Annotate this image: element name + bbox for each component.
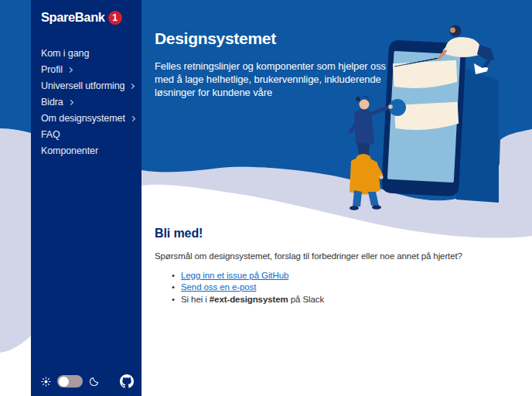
sidebar-item-faq[interactable]: FAQ xyxy=(41,126,142,142)
sidebar-item-om-designsystemet[interactable]: Om designsystemet xyxy=(41,110,142,126)
hero-subtitle-line: med å lage helhetlige, brukervennlige, i… xyxy=(155,73,386,86)
logo-text: SpareBank xyxy=(41,10,105,25)
sidebar: SpareBank 1 Kom i gang Profil Universell… xyxy=(31,0,142,396)
join-heading: Bli med! xyxy=(155,227,479,241)
sidebar-item-label: Profil xyxy=(41,64,63,75)
join-list: Legg inn et issue på GitHub Send oss en … xyxy=(172,270,479,306)
sidebar-item-komponenter[interactable]: Komponenter xyxy=(41,142,142,159)
github-issue-link[interactable]: Legg inn et issue på GitHub xyxy=(181,271,288,280)
sidebar-item-label: Komponenter xyxy=(41,145,98,156)
slack-text-prefix: Si hei i xyxy=(181,295,210,304)
sparebank-logo[interactable]: SpareBank 1 xyxy=(41,10,142,25)
page-title: Designsystemet xyxy=(155,29,386,48)
sidebar-footer xyxy=(41,373,134,390)
moon-icon xyxy=(89,376,100,387)
sidebar-item-bidra[interactable]: Bidra xyxy=(41,94,142,110)
chevron-right-icon xyxy=(68,99,73,104)
github-icon xyxy=(120,374,134,388)
chevron-right-icon xyxy=(130,115,135,121)
sidebar-item-label: Om designsystemet xyxy=(41,113,125,124)
sun-icon xyxy=(41,377,51,387)
sidebar-item-kom-i-gang[interactable]: Kom i gang xyxy=(41,45,142,61)
sidebar-item-label: Bidra xyxy=(41,97,63,108)
logo-badge-1: 1 xyxy=(108,11,122,25)
hero-subtitle-line: løsninger for kundene våre xyxy=(155,86,386,99)
sidebar-item-label: FAQ xyxy=(41,129,60,140)
slack-text-suffix: på Slack xyxy=(288,295,324,304)
sidebar-nav: Kom i gang Profil Universell utforming B… xyxy=(41,45,142,159)
theme-toggle[interactable] xyxy=(57,375,83,387)
list-item: Si hei i #ext-designsystem på Slack xyxy=(172,294,479,306)
page: SpareBank 1 Kom i gang Profil Universell… xyxy=(0,0,532,396)
join-section: Bli med! Spørsmål om designsystemet, for… xyxy=(155,227,479,306)
join-intro: Spørsmål om designsystemet, forslag til … xyxy=(155,251,464,263)
hero-section: Designsystemet Felles retningslinjer og … xyxy=(155,29,386,99)
list-item: Legg inn et issue på GitHub xyxy=(172,270,479,282)
email-link[interactable]: Send oss en e-post xyxy=(181,282,256,292)
slack-channel-name: #ext-designsystem xyxy=(210,295,288,304)
sidebar-item-profil[interactable]: Profil xyxy=(41,61,142,77)
hero-subtitle-line: Felles retningslinjer og komponenter som… xyxy=(155,60,386,73)
chevron-right-icon xyxy=(129,83,135,88)
chevron-right-icon xyxy=(67,67,73,72)
sidebar-item-label: Kom i gang xyxy=(41,48,89,59)
sidebar-item-label: Universell utforming xyxy=(41,80,124,91)
sidebar-item-universell-utforming[interactable]: Universell utforming xyxy=(41,77,142,94)
giant-phone xyxy=(381,39,466,196)
list-item: Send oss en e-post xyxy=(172,282,479,294)
theme-toggle-knob xyxy=(59,377,69,387)
hero-subtitle: Felles retningslinjer og komponenter som… xyxy=(155,60,386,99)
github-link[interactable] xyxy=(120,374,134,388)
